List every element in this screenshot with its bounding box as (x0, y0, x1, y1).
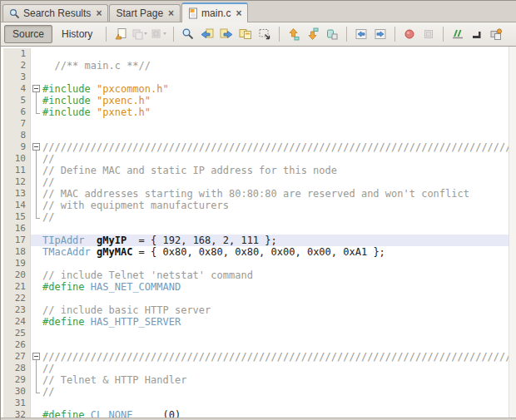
shift-line-left-icon (355, 27, 368, 41)
uncomment-lines-button[interactable] (468, 25, 486, 43)
code-line[interactable]: 10// (1, 153, 516, 165)
code-line[interactable]: 11// Define MAC and static IP address fo… (1, 165, 516, 176)
line-number: 21 (3, 281, 31, 293)
comment-lines-button[interactable] (449, 25, 467, 43)
line-number: 18 (3, 246, 31, 258)
fold-collapse-icon[interactable] (31, 141, 42, 153)
diff-to-previous-button[interactable] (131, 25, 149, 43)
fold-guide-line (31, 374, 42, 386)
code-line[interactable]: 15// (1, 211, 516, 223)
shift-line-right-button[interactable] (371, 25, 389, 43)
line-number: 6 (3, 106, 31, 118)
toggle-highlight-search-button[interactable] (236, 25, 255, 43)
history-view-button[interactable]: History (53, 25, 101, 43)
versioning-dropdown-icon (151, 27, 167, 41)
fold-guide-end (31, 106, 42, 118)
fold-guide-line (31, 363, 42, 374)
tab-search-results[interactable]: Search Results × (2, 4, 108, 22)
code-line[interactable]: 27//////////////////////////////////////… (1, 351, 516, 363)
start-macro-recording-button[interactable] (400, 25, 419, 43)
stop-macro-recording-button[interactable] (419, 25, 438, 43)
find-selection-button[interactable] (179, 25, 197, 43)
insert-next-matching-word-button[interactable] (487, 25, 505, 43)
toggle-rectangular-selection-button[interactable] (256, 25, 274, 43)
code-line[interactable]: 20// include Telnet 'netstat' command (1, 269, 516, 281)
code-line[interactable]: 30// (1, 386, 516, 398)
code-line[interactable]: 2 //** main.c **// (1, 60, 516, 72)
previous-bookmark-button[interactable] (285, 25, 303, 43)
shift-line-right-icon (374, 27, 387, 41)
find-next-occurrence-button[interactable] (217, 25, 236, 43)
code-editor[interactable]: 12 //** main.c **//34#include "pxcommon.… (1, 47, 516, 418)
code-text: #define HAS_NET_COMMAND (42, 281, 181, 293)
code-line[interactable]: 9///////////////////////////////////////… (1, 141, 516, 153)
tab-label: main.c (201, 7, 231, 19)
line-number: 12 (3, 176, 31, 188)
code-line[interactable]: 23// include basic HTTP server (1, 304, 516, 316)
fold-gutter (31, 409, 42, 418)
toolbar-separator (106, 27, 107, 42)
line-number: 13 (3, 188, 31, 200)
toolbar-separator (394, 27, 395, 42)
code-line[interactable]: 5#include "pxenc.h" (1, 95, 516, 106)
code-line[interactable]: 22 (1, 293, 516, 304)
code-line[interactable]: 8 (1, 130, 516, 141)
jump-to-last-edit-icon (114, 27, 127, 41)
close-icon[interactable]: × (168, 9, 174, 17)
fold-guide-line (31, 153, 42, 165)
code-line[interactable]: 26 (1, 339, 516, 351)
toolbar-separator (173, 27, 174, 42)
code-line[interactable]: 3 (1, 72, 516, 83)
code-line[interactable]: 28// (1, 363, 516, 374)
editor-toolbar: Source History (1, 22, 516, 47)
line-number: 29 (3, 374, 31, 386)
code-line[interactable]: 6#include "pxnet.h" (1, 106, 516, 118)
close-icon[interactable]: × (96, 9, 102, 17)
fold-gutter (31, 48, 42, 60)
fold-guide-end (31, 386, 42, 398)
fold-gutter (31, 235, 42, 246)
fold-gutter (31, 304, 42, 316)
line-number: 16 (3, 223, 31, 235)
code-line[interactable]: 31 (1, 398, 516, 409)
code-line[interactable]: 14// with equipment manufacturers (1, 200, 516, 211)
code-text: ////////////////////////////////////////… (42, 141, 516, 153)
shift-line-left-button[interactable] (352, 25, 370, 43)
code-line[interactable]: 32#define CL_NONE (0) (1, 409, 516, 418)
line-number: 10 (3, 153, 31, 165)
tab-main-c[interactable]: main.c × (181, 2, 248, 22)
code-line[interactable]: 16 (1, 223, 516, 235)
code-line[interactable]: 12// (1, 176, 516, 188)
code-line[interactable]: 25 (1, 328, 516, 339)
toolbar-separator (443, 27, 444, 42)
fold-collapse-icon[interactable] (31, 83, 42, 95)
close-icon[interactable]: × (236, 9, 241, 17)
code-line[interactable]: 17TIpAddr gMyIP = { 192, 168, 2, 111 }; (1, 235, 516, 246)
code-line[interactable]: 7 (1, 118, 516, 130)
line-number: 8 (3, 130, 31, 141)
code-text: #include "pxnet.h" (42, 106, 151, 118)
code-line[interactable]: 4#include "pxcommon.h" (1, 83, 516, 95)
fold-gutter (31, 269, 42, 281)
line-number: 3 (3, 72, 31, 83)
versioning-menu-button[interactable] (150, 25, 168, 43)
code-line[interactable]: 13// MAC addresses starting with 80:80:8… (1, 188, 516, 200)
error-stripe[interactable] (509, 47, 516, 418)
tab-start-page[interactable]: Start Page × (109, 4, 181, 22)
code-line[interactable]: 21#define HAS_NET_COMMAND (1, 281, 516, 293)
source-view-button[interactable]: Source (4, 25, 52, 43)
code-line[interactable]: 1 (1, 48, 516, 60)
toggle-bookmark-button[interactable] (323, 25, 341, 43)
toolbar-separator (346, 27, 347, 42)
jump-to-last-edit-button[interactable] (112, 25, 130, 43)
code-line[interactable]: 18TMacAddr gMyMAC = { 0x80, 0x80, 0x80, … (1, 246, 516, 258)
fold-collapse-icon[interactable] (31, 351, 42, 363)
code-line[interactable]: 24#define HAS_HTTP_SERVER (1, 316, 516, 328)
code-line[interactable]: 19 (1, 258, 516, 269)
line-number: 2 (3, 60, 31, 72)
code-line[interactable]: 29// Telnet & HTTP Handler (1, 374, 516, 386)
next-bookmark-button[interactable] (304, 25, 322, 43)
find-previous-occurrence-button[interactable] (198, 25, 216, 43)
code-text: // with equipment manufacturers (42, 200, 229, 211)
line-number: 7 (3, 118, 31, 130)
